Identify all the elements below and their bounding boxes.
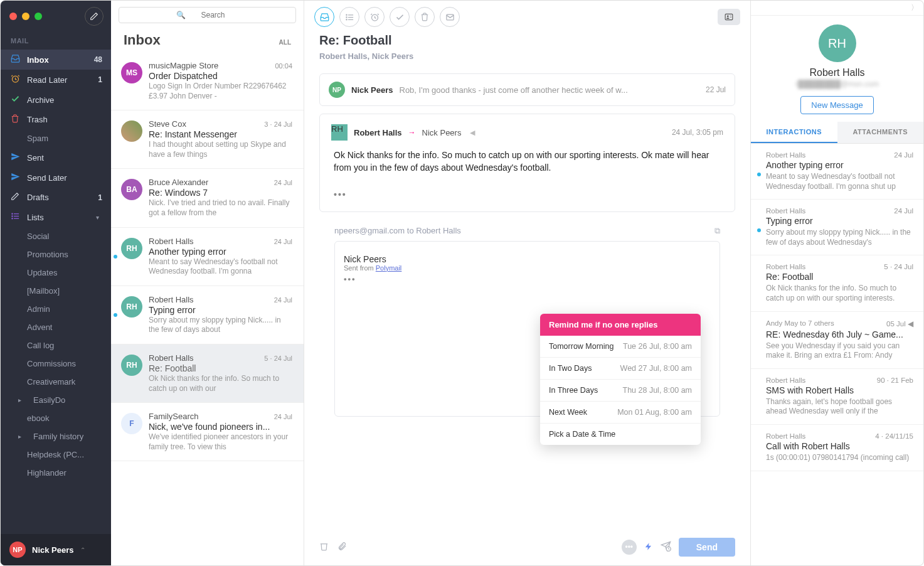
interaction-item[interactable]: Robert Halls90 · 21 FebSMS with Robert H… (751, 369, 923, 425)
sidebar-item-label: Promotions (27, 250, 102, 259)
reply-compose-area[interactable]: Nick Peers Sent from Polymail ••• Remind… (334, 241, 720, 417)
user-avatar: NP (9, 542, 26, 558)
interaction-item[interactable]: Robert Halls5 · 24 JulRe: FootballOk Nic… (751, 255, 923, 311)
signature-name: Nick Peers (344, 254, 711, 264)
remind-option[interactable]: Tomorrow MorningTue 26 Jul, 8:00 am (540, 336, 701, 358)
inbox-tool-icon[interactable] (314, 7, 334, 27)
sidebar-item-label: Updates (27, 268, 102, 277)
sidebar-item-admin[interactable]: Admin (1, 300, 111, 318)
message-subject: Typing error (149, 305, 292, 315)
sidebar-item-sent[interactable]: Sent (1, 147, 111, 168)
sidebar-item-trash[interactable]: Trash (1, 110, 111, 129)
send-button[interactable]: Send (679, 538, 735, 557)
message-list-item[interactable]: RHRobert Halls5 · 24 JulRe: FootballOk N… (111, 344, 304, 403)
message-subject: Nick, we've found pioneers in... (149, 422, 292, 432)
message-list-item[interactable]: RHRobert Halls24 JulTyping errorSorry ab… (111, 286, 304, 344)
done-tool-icon[interactable] (390, 7, 410, 27)
quoted-text-toggle[interactable]: ••• (344, 274, 711, 284)
compose-toolbar: ••• Send (304, 531, 750, 565)
sidebar-item-commissions[interactable]: Commissions (1, 355, 111, 373)
user-name: Nick Peers (32, 545, 74, 555)
sidebar-item-updates[interactable]: Updates (1, 264, 111, 282)
close-window-icon[interactable] (9, 13, 17, 20)
svg-point-11 (346, 16, 346, 17)
svg-point-16 (727, 15, 729, 17)
account-switcher[interactable]: NP Nick Peers ⌃ (1, 534, 111, 565)
sidebar-item-creativemark[interactable]: Creativemark (1, 373, 111, 391)
quoted-text-toggle[interactable]: ••• (334, 189, 721, 201)
message-meta: 24 Jul (274, 238, 292, 245)
list-tool-icon[interactable] (339, 7, 359, 27)
expanded-message: RH Robert Halls → Nick Peers ◀ 24 Jul, 3… (319, 114, 735, 212)
message-list-item[interactable]: BABruce Alexander24 JulRe: Windows 7Nick… (111, 169, 304, 227)
message-preview: Ok Nick thanks for the info. So much to … (149, 374, 292, 393)
collapsed-message[interactable]: NP Nick Peers Rob, I'm good thanks - jus… (319, 73, 735, 106)
sidebar-item-ebook[interactable]: ebook (1, 409, 111, 427)
remind-option[interactable]: In Two DaysWed 27 Jul, 8:00 am (540, 358, 701, 380)
spam-tool-icon[interactable] (440, 7, 460, 27)
sidebar-item-promotions[interactable]: Promotions (1, 245, 111, 264)
tab-interactions[interactable]: INTERACTIONS (751, 122, 837, 143)
sidebar-item-highlander[interactable]: Highlander (1, 464, 111, 482)
clock-icon (9, 74, 21, 85)
sidebar-item-family-history[interactable]: ▸Family history (1, 427, 111, 446)
sidebar-item-read-later[interactable]: Read Later1 (1, 70, 111, 90)
collapse-panel-icon[interactable]: 〉 (751, 1, 923, 16)
list-filter-all[interactable]: ALL (279, 39, 291, 46)
search-input[interactable] (119, 7, 296, 23)
message-preview: Meant to say Wednesday's football not We… (149, 257, 292, 277)
message-list-item[interactable]: FFamilySearch24 JulNick, we've found pio… (111, 403, 304, 461)
sidebar-item-inbox[interactable]: Inbox48 (1, 50, 111, 70)
sidebar-item-lists[interactable]: Lists▾ (1, 207, 111, 227)
tracking-icon[interactable]: ••• (622, 540, 637, 555)
svg-point-10 (346, 14, 346, 15)
compose-button[interactable] (85, 7, 104, 26)
tab-attachments[interactable]: ATTACHMENTS (837, 122, 924, 143)
sidebar-item-label: ebook (27, 414, 102, 423)
sidebar-item-easilydo[interactable]: ▸EasilyDo (1, 391, 111, 409)
sender-avatar: BA (121, 179, 142, 200)
popout-icon[interactable]: ⧉ (714, 226, 720, 236)
message-list-item[interactable]: RHRobert Halls24 JulAnother typing error… (111, 228, 304, 286)
interaction-sender: Robert Halls (766, 376, 805, 384)
sidebar-item-archive[interactable]: Archive (1, 90, 111, 110)
sidebar-item-spam[interactable]: Spam (1, 129, 111, 147)
trash-icon (9, 114, 21, 125)
message-list-item[interactable]: Steve Cox3 · 24 JulRe: Instant Messenger… (111, 110, 304, 169)
remind-icon[interactable] (644, 542, 653, 553)
message-subject: Re: Football (319, 33, 735, 48)
message-list-item[interactable]: MSmusicMagpie Store00:04Order Dispatched… (111, 52, 304, 110)
remind-option[interactable]: Pick a Date & Time (540, 424, 701, 445)
contact-panel-toggle[interactable] (718, 9, 740, 25)
minimize-window-icon[interactable] (22, 13, 29, 20)
snooze-tool-icon[interactable] (364, 7, 385, 27)
remind-option-label: In Three Days (549, 386, 598, 395)
remind-option[interactable]: Next WeekMon 01 Aug, 8:00 am (540, 402, 701, 424)
interaction-item[interactable]: Andy May to 7 others05 Jul ◀RE: Wednesda… (751, 312, 923, 369)
discard-draft-icon[interactable] (319, 542, 329, 553)
sidebar-item-label: Helpdesk (PC... (27, 450, 102, 459)
sidebar-item-helpdesk-pc-[interactable]: Helpdesk (PC... (1, 446, 111, 464)
send-later-icon[interactable] (661, 541, 671, 553)
reader-pane: Re: Football Robert Halls, Nick Peers NP… (304, 1, 751, 565)
sidebar-item-call-log[interactable]: Call log (1, 336, 111, 355)
remind-option[interactable]: In Three DaysThu 28 Jul, 8:00 am (540, 380, 701, 402)
message-participants: Robert Halls, Nick Peers (319, 51, 735, 61)
new-message-button[interactable]: New Message (800, 96, 873, 114)
interaction-item[interactable]: Robert Halls24 JulTyping errorSorry abou… (751, 200, 923, 255)
sidebar-item-social[interactable]: Social (1, 227, 111, 245)
sidebar-item-drafts[interactable]: Drafts1 (1, 188, 111, 207)
message-meta: 24 Jul (274, 413, 292, 420)
sidebar-item-send-later[interactable]: Send Later (1, 168, 111, 188)
trash-tool-icon[interactable] (415, 7, 435, 27)
interaction-meta: 24 Jul (894, 151, 913, 159)
maximize-window-icon[interactable] (35, 13, 42, 20)
attachment-icon[interactable] (337, 542, 347, 553)
sender-avatar: RH (121, 296, 142, 318)
interaction-sender: Robert Halls (766, 263, 805, 270)
sidebar-item--mailbox-[interactable]: [Mailbox] (1, 282, 111, 300)
sidebar-item-advent[interactable]: Advent (1, 318, 111, 336)
interaction-item[interactable]: Robert Halls24 JulAnother typing errorMe… (751, 144, 923, 200)
interaction-item[interactable]: Robert Halls4 · 24/11/15Call with Robert… (751, 425, 923, 471)
remind-option-label: Pick a Date & Time (549, 430, 615, 439)
